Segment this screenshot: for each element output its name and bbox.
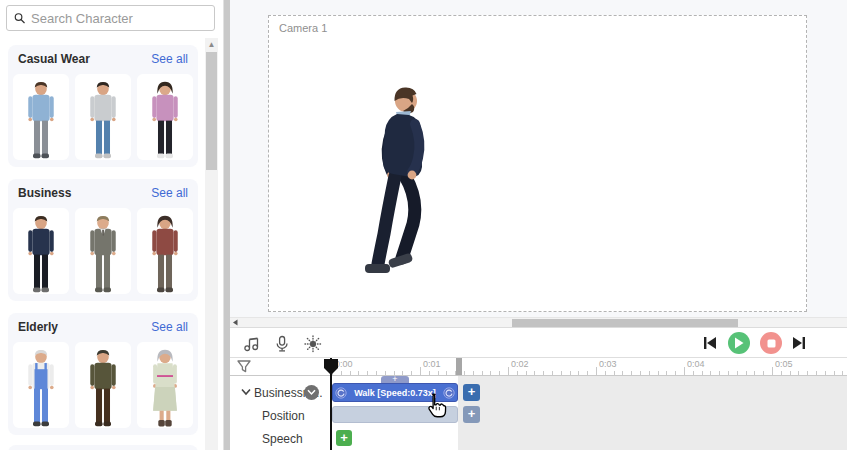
character-animation-app: Casual Wear See all	[0, 0, 847, 450]
brightness-icon[interactable]	[304, 335, 322, 353]
stop-icon	[767, 339, 776, 348]
camera-frame[interactable]: Camera 1	[268, 15, 807, 312]
character-thumb-man-gray-suit[interactable]	[75, 208, 131, 294]
add-speech-button[interactable]: +	[336, 430, 352, 446]
character-figure-man-navy-sweater	[19, 212, 63, 294]
search-icon	[14, 11, 25, 25]
playhead-handle[interactable]	[324, 359, 338, 375]
character-figure-woman-maroon-blazer	[143, 212, 187, 294]
section-title: Business	[18, 186, 71, 200]
stage-area: Camera 1	[230, 0, 847, 317]
see-all-link[interactable]: See all	[151, 52, 188, 66]
section-card-business: Business See all	[8, 179, 198, 301]
character-thumb-man-gray-polo-jeans[interactable]	[75, 74, 131, 160]
see-all-link[interactable]: See all	[151, 186, 188, 200]
character-figure-woman-pink-sweater	[143, 78, 187, 160]
canvas-horizontal-scrollbar[interactable]	[230, 317, 847, 327]
add-animation-button[interactable]: +	[463, 384, 480, 401]
camera-label: Camera 1	[279, 22, 327, 34]
ruler-label: 0:03	[599, 359, 617, 369]
canvas-character-walking-man[interactable]	[343, 78, 458, 310]
scroll-left-icon[interactable]	[231, 318, 240, 327]
music-icon[interactable]	[243, 335, 261, 353]
section-card-elderly: Elderly See all	[8, 313, 198, 435]
character-thumb-man-blue-overalls[interactable]	[13, 342, 69, 428]
panel-divider	[223, 0, 230, 450]
chevron-down-icon	[307, 389, 316, 396]
skip-to-start-button[interactable]	[703, 336, 717, 350]
timeline-ruler[interactable]: 0:000:010:020:030:040:05	[230, 358, 847, 376]
character-figure-man-gray-polo-jeans	[81, 78, 125, 160]
play-icon	[734, 337, 744, 349]
character-options-badge[interactable]	[304, 385, 319, 400]
track-label-position[interactable]: Position	[262, 409, 305, 423]
character-thumb-woman-maroon-blazer[interactable]	[137, 208, 193, 294]
section-title: Elderly	[18, 320, 58, 334]
character-thumb-woman-pink-sweater[interactable]	[137, 74, 193, 160]
section-title: Casual Wear	[18, 52, 90, 66]
canvas-scrollbar-thumb[interactable]	[512, 319, 738, 327]
ruler-label: 0:05	[775, 359, 793, 369]
character-thumb-man-navy-sweater[interactable]	[13, 208, 69, 294]
see-all-link[interactable]: See all	[151, 320, 188, 334]
stop-button[interactable]	[760, 332, 782, 354]
character-figure-man-blue-shirt	[19, 78, 63, 160]
sidebar-scrollbar[interactable]: ▲	[205, 38, 218, 450]
timeline-toolbar	[230, 327, 847, 358]
filter-icon[interactable]	[237, 360, 251, 374]
microphone-icon[interactable]	[273, 335, 291, 353]
character-thumb-man-plaid-shirt[interactable]	[75, 342, 131, 428]
hand-cursor	[424, 392, 448, 419]
ruler-label: 0:04	[687, 359, 705, 369]
character-search-box	[6, 5, 215, 31]
character-figure-man-blue-overalls	[19, 346, 63, 428]
character-thumb-man-blue-shirt[interactable]	[13, 74, 69, 160]
character-figure-man-gray-suit	[81, 212, 125, 294]
loop-icon[interactable]	[335, 387, 347, 399]
ruler-label: 0:02	[511, 359, 529, 369]
play-button[interactable]	[728, 332, 750, 354]
section-card-casual-wear: Casual Wear See all	[8, 45, 198, 167]
ruler-ticks[interactable]: 0:000:010:020:030:040:05	[330, 358, 847, 375]
sidebar-scrollbar-thumb[interactable]	[206, 52, 217, 170]
partial-section-card	[8, 445, 198, 450]
character-thumb-woman-floral-dress[interactable]	[137, 342, 193, 428]
track-label-column: Businessm... Position Speech	[230, 376, 330, 450]
character-figure-man-plaid-shirt	[81, 346, 125, 428]
search-input[interactable]	[31, 11, 207, 26]
project-end-marker[interactable]	[456, 358, 462, 375]
scroll-up-icon[interactable]: ▲	[207, 40, 216, 49]
timeline-tracks: Businessm... Position Speech	[230, 376, 847, 450]
character-figure-woman-floral-dress	[143, 346, 187, 428]
chevron-down-icon[interactable]	[241, 388, 251, 396]
skip-to-end-button[interactable]	[792, 336, 806, 350]
track-label-speech[interactable]: Speech	[262, 432, 303, 446]
add-position-button[interactable]: +	[463, 406, 480, 423]
ruler-label: 0:01	[423, 359, 441, 369]
